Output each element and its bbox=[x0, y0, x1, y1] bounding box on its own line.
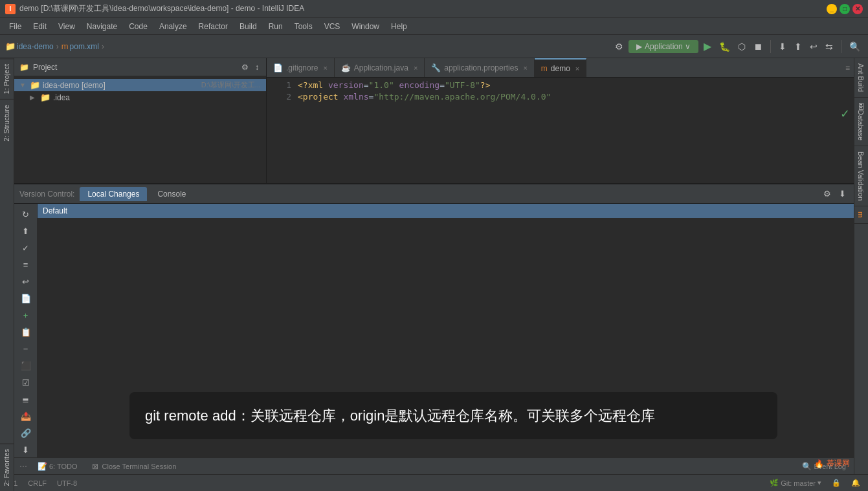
vc-tab-local-changes[interactable]: Local Changes bbox=[80, 187, 147, 201]
debug-button[interactable]: 🐛 bbox=[717, 40, 733, 53]
git-text: Git: master bbox=[781, 479, 816, 487]
status-bar: 1:1 CRLF UTF-8 🌿 Git: master ▾ 🔒 bbox=[14, 474, 854, 491]
menu-edit[interactable]: Edit bbox=[28, 21, 52, 32]
right-tab-m[interactable]: m bbox=[854, 206, 868, 224]
properties-icon: 🔧 bbox=[431, 63, 441, 72]
tab-java-close[interactable]: × bbox=[414, 64, 417, 72]
vc-menu-btn[interactable]: ≡ bbox=[17, 257, 35, 272]
menu-build[interactable]: Build bbox=[234, 21, 262, 32]
maximize-button[interactable]: □ bbox=[840, 4, 850, 14]
tabs-more-icon[interactable]: ⋯ bbox=[17, 462, 30, 471]
line-num-1: 1 bbox=[272, 80, 291, 90]
default-label: Default bbox=[43, 206, 67, 215]
vc-upload-btn[interactable]: 📤 bbox=[17, 408, 35, 424]
vc-commit-btn[interactable]: ✓ bbox=[17, 240, 35, 256]
code-line-2: 2 <project xmlns="http://maven.apache.or… bbox=[267, 92, 854, 104]
update-button[interactable]: ⬇ bbox=[776, 40, 789, 53]
tab-gitignore[interactable]: 📄 .gitignore × bbox=[267, 58, 335, 77]
main-toolbar: 📁 idea-demo › m pom.xml › ⚙ ▶ Applicatio… bbox=[0, 35, 868, 58]
sidebar-item-favorites[interactable]: 2: Favorites bbox=[0, 443, 14, 491]
breadcrumb-project[interactable]: idea-demo bbox=[17, 42, 54, 51]
status-position[interactable]: 1:1 bbox=[14, 479, 20, 487]
search-everywhere-button[interactable]: 🔍 bbox=[847, 40, 863, 53]
menu-tools[interactable]: Tools bbox=[289, 21, 318, 32]
close-button[interactable]: ✕ bbox=[852, 4, 863, 14]
vc-rollback-btn[interactable]: ↩ bbox=[17, 274, 35, 289]
menu-vcs[interactable]: VCS bbox=[319, 21, 346, 32]
vc-link-btn[interactable]: 🔗 bbox=[17, 425, 35, 441]
editor-area: 📄 .gitignore × ☕ Application.java × 🔧 ap… bbox=[267, 58, 854, 183]
run-config-button[interactable]: ▶ Application ∨ bbox=[629, 40, 698, 53]
tab-properties[interactable]: 🔧 application.properties × bbox=[425, 58, 535, 77]
position-text: 1:1 bbox=[14, 479, 17, 487]
vc-list-btn[interactable]: ≣ bbox=[17, 391, 35, 407]
stop-button[interactable]: ⏹ bbox=[751, 40, 765, 53]
menu-analyze[interactable]: Analyze bbox=[154, 21, 192, 32]
menu-file[interactable]: File bbox=[4, 21, 27, 32]
root-path: D:\慕课网\开发工... bbox=[201, 80, 261, 90]
bottom-tab-terminal[interactable]: ⊠ Close Terminal Session bbox=[85, 460, 182, 473]
tab-application-java[interactable]: ☕ Application.java × bbox=[335, 58, 425, 77]
project-tree: ▼ 📁 idea-demo [demo] D:\慕课网\开发工... ▶ 📁 .… bbox=[14, 76, 266, 183]
code-line-1: 1 <?xml version="1.0" encoding="UTF-8"?> bbox=[267, 80, 854, 92]
vc-diff-btn[interactable]: ⬛ bbox=[17, 358, 35, 373]
coverage-button[interactable]: ⬡ bbox=[735, 40, 748, 53]
console-label: Console bbox=[157, 190, 186, 199]
status-encoding[interactable]: UTF-8 bbox=[54, 479, 80, 487]
minimize-button[interactable]: _ bbox=[827, 4, 837, 14]
bottom-tabs: ⋯ 📝 6: TODO ⊠ Close Terminal Session 🔍 E… bbox=[14, 457, 854, 474]
bottom-tab-todo[interactable]: 📝 6: TODO bbox=[32, 460, 83, 473]
vc-newfile-btn[interactable]: 📄 bbox=[17, 290, 35, 306]
right-tab-ant[interactable]: Ant Build bbox=[854, 58, 868, 98]
vc-content: ↻ ⬆ ✓ ≡ ↩ 📄 + 📋 − ⬛ ☑ ≣ 📤 bbox=[14, 204, 854, 491]
collapse-button[interactable]: ↕ bbox=[253, 62, 261, 72]
encoding-text: UTF-8 bbox=[57, 479, 77, 487]
breadcrumb-file[interactable]: pom.xml bbox=[70, 42, 99, 51]
sidebar-item-structure[interactable]: 2: Structure bbox=[0, 99, 14, 147]
tab-demo-close[interactable]: × bbox=[575, 65, 579, 72]
terminal-label: Close Terminal Session bbox=[102, 463, 177, 470]
vc-push-btn[interactable]: ⬆ bbox=[17, 223, 35, 239]
sidebar-item-project[interactable]: 1: Project bbox=[0, 58, 14, 99]
breadcrumb-sep1: › bbox=[56, 42, 59, 51]
vc-check-btn[interactable]: ☑ bbox=[17, 375, 35, 390]
menu-code[interactable]: Code bbox=[124, 21, 153, 32]
menu-window[interactable]: Window bbox=[346, 21, 384, 32]
commit-button[interactable]: ⬆ bbox=[792, 40, 805, 53]
compare-button[interactable]: ⇆ bbox=[823, 40, 836, 53]
status-git[interactable]: 🌿 Git: master ▾ bbox=[767, 479, 824, 487]
vc-download-btn[interactable]: ⬇ bbox=[17, 442, 35, 457]
menu-view[interactable]: View bbox=[53, 21, 80, 32]
tree-item-root[interactable]: ▼ 📁 idea-demo [demo] D:\慕课网\开发工... bbox=[14, 79, 266, 91]
vc-refresh-btn[interactable]: ↻ bbox=[17, 206, 35, 222]
vc-add-btn[interactable]: + bbox=[17, 307, 35, 323]
rollback-button[interactable]: ↩ bbox=[807, 40, 820, 53]
gear-settings-button[interactable]: ⚙ bbox=[239, 62, 250, 72]
run-button[interactable]: ▶ bbox=[701, 39, 714, 54]
vc-tab-console[interactable]: Console bbox=[150, 187, 194, 201]
menu-navigate[interactable]: Navigate bbox=[82, 21, 122, 32]
tab-properties-close[interactable]: × bbox=[523, 64, 527, 72]
right-tab-database[interactable]: 🗄Database bbox=[854, 98, 868, 146]
tree-item-idea[interactable]: ▶ 📁 .idea bbox=[14, 91, 266, 104]
tab-gitignore-close[interactable]: × bbox=[323, 64, 327, 72]
vc-settings-button[interactable]: ⚙ bbox=[821, 188, 834, 200]
vc-remove-btn[interactable]: − bbox=[17, 341, 35, 356]
app-icon: I bbox=[5, 4, 16, 14]
vc-clone-btn[interactable]: 📋 bbox=[17, 324, 35, 340]
menu-help[interactable]: Help bbox=[386, 21, 412, 32]
status-linesep[interactable]: CRLF bbox=[25, 479, 49, 487]
tab-demo[interactable]: m demo × bbox=[535, 58, 586, 77]
git-chevron: ▾ bbox=[818, 479, 821, 487]
todo-label: 6: TODO bbox=[49, 463, 78, 470]
menu-run[interactable]: Run bbox=[263, 21, 288, 32]
vc-collapse-button[interactable]: ⬇ bbox=[836, 188, 849, 200]
status-lock[interactable]: 🔒 bbox=[829, 479, 843, 487]
settings-icon: ⚙ bbox=[615, 41, 623, 52]
status-notification[interactable]: 🔔 bbox=[849, 479, 854, 487]
right-tab-bean[interactable]: Bean Validation bbox=[854, 146, 868, 206]
idea-folder-name: .idea bbox=[53, 93, 261, 102]
tabs-overflow[interactable]: ≡ bbox=[841, 58, 854, 77]
menu-refactor[interactable]: Refactor bbox=[194, 21, 233, 32]
vc-default-changelist[interactable]: Default bbox=[38, 204, 854, 218]
